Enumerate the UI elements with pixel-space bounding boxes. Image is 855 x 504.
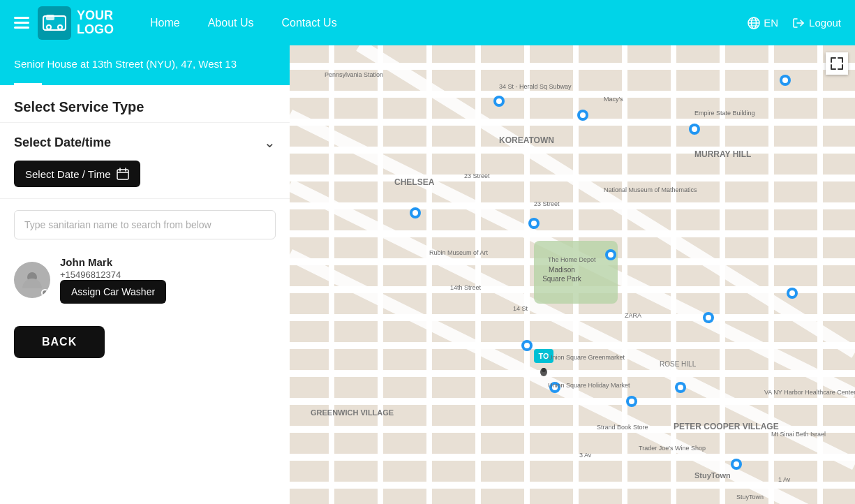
worker-info: John Mark +15496812374 Assign Car Washer [60, 256, 276, 304]
svg-point-81 [734, 461, 739, 467]
logo: YOUR LOGO [38, 6, 114, 40]
service-type-title: Select Service Type [14, 99, 276, 115]
svg-point-75 [629, 399, 634, 404]
svg-text:Macy's: Macy's [604, 96, 623, 103]
worker-phone: +15496812374 [60, 269, 276, 280]
svg-rect-3 [46, 15, 54, 20]
worker-name: John Mark [60, 256, 276, 268]
service-type-section: Select Service Type [0, 85, 290, 123]
worker-item: John Mark +15496812374 Assign Car Washer [14, 256, 276, 304]
svg-text:National Museum of Mathematics: National Museum of Mathematics [604, 186, 697, 193]
sidebar-content: Select Service Type Select Date/time ⌄ S… [0, 85, 290, 379]
svg-text:Square Park: Square Park [542, 275, 582, 283]
svg-point-69 [706, 315, 711, 320]
svg-text:Union Square Holiday Market: Union Square Holiday Market [548, 382, 630, 389]
search-section [0, 199, 290, 251]
chevron-down-icon: ⌄ [264, 134, 276, 151]
language-button[interactable]: EN [748, 17, 778, 29]
svg-text:StuyTown: StuyTown [694, 471, 731, 480]
sidebar: Senior House at 13th Street (NYU), 47, W… [0, 45, 290, 504]
assign-car-washer-button[interactable]: Assign Car Washer [60, 280, 166, 304]
svg-text:GREENWICH VILLAGE: GREENWICH VILLAGE [311, 408, 394, 417]
location-text: Senior House at 13th Street (NYU), 47, W… [14, 58, 276, 70]
select-date-time-button[interactable]: Select Date / Time [14, 161, 140, 187]
user-avatar-icon [21, 269, 43, 291]
svg-text:CHELSEA: CHELSEA [394, 177, 435, 187]
svg-text:Empire State Building: Empire State Building [694, 110, 755, 117]
datetime-header[interactable]: Select Date/time ⌄ [14, 134, 276, 151]
svg-text:The Home Depot: The Home Depot [548, 256, 596, 263]
svg-text:14th Street: 14th Street [450, 284, 482, 291]
svg-text:ROSE HILL: ROSE HILL [660, 360, 697, 368]
svg-text:1 Av: 1 Av [778, 476, 791, 483]
svg-point-63 [412, 210, 418, 216]
nav-home[interactable]: Home [150, 17, 180, 29]
back-section: BACK [0, 315, 290, 379]
back-button[interactable]: BACK [14, 326, 105, 358]
logout-icon [792, 17, 805, 29]
logo-icon [38, 6, 71, 40]
globe-icon [748, 17, 760, 29]
map-svg: Madison Square Park CHELSEA KOREATOWN MU… [290, 45, 855, 504]
svg-text:Mt Sinai Beth Israel: Mt Sinai Beth Israel [771, 431, 826, 438]
datetime-section: Select Date/time ⌄ Select Date / Time [0, 123, 290, 199]
svg-point-85 [542, 368, 546, 372]
svg-text:VA NY Harbor Healthcare Center: VA NY Harbor Healthcare Center [764, 389, 855, 396]
map-container: Madison Square Park CHELSEA KOREATOWN MU… [290, 45, 855, 504]
header-right: EN Logout [748, 17, 841, 29]
svg-rect-107 [117, 170, 128, 179]
svg-text:Strand Book Store: Strand Book Store [597, 424, 648, 431]
worker-section: John Mark +15496812374 Assign Car Washer [0, 251, 290, 315]
nav-about[interactable]: About Us [208, 17, 254, 29]
online-status-dot [41, 289, 49, 297]
logo-text: YOUR LOGO [77, 9, 114, 37]
svg-text:Pennsylvania Station: Pennsylvania Station [325, 71, 383, 78]
svg-point-67 [608, 252, 614, 258]
svg-text:StuyTown: StuyTown [736, 494, 764, 501]
svg-text:KOREATOWN: KOREATOWN [499, 135, 554, 145]
svg-point-5 [59, 26, 61, 29]
nav-contact[interactable]: Contact Us [282, 17, 337, 29]
logout-button[interactable]: Logout [792, 17, 841, 29]
svg-text:MURRAY HILL: MURRAY HILL [694, 149, 751, 159]
expand-icon [831, 57, 843, 70]
hamburger-menu[interactable] [14, 17, 29, 29]
svg-text:PETER COOPER VILLAGE: PETER COOPER VILLAGE [674, 422, 779, 431]
header: YOUR LOGO Home About Us Contact Us EN [0, 0, 855, 45]
svg-rect-44 [534, 241, 618, 304]
svg-text:Madison: Madison [549, 266, 575, 274]
search-input[interactable] [14, 210, 276, 239]
svg-point-65 [531, 221, 537, 226]
svg-point-55 [496, 98, 502, 104]
svg-text:3 Av: 3 Av [579, 452, 592, 459]
calendar-icon [117, 168, 129, 180]
svg-point-4 [47, 26, 50, 29]
svg-text:23 Street: 23 Street [534, 200, 560, 207]
location-bar: Senior House at 13th Street (NYU), 47, W… [0, 45, 290, 85]
svg-text:ZARA: ZARA [625, 312, 641, 319]
svg-text:34 St - Herald Sq Subway: 34 St - Herald Sq Subway [499, 83, 572, 90]
svg-point-57 [580, 112, 586, 118]
svg-point-61 [782, 77, 788, 83]
nav-links: Home About Us Contact Us [150, 17, 337, 29]
datetime-label: Select Date/time [14, 135, 111, 150]
worker-avatar [14, 262, 50, 298]
svg-text:Trader Joe's Wine Shop: Trader Joe's Wine Shop [639, 445, 706, 452]
svg-text:Union Square Greenmarket: Union Square Greenmarket [548, 354, 625, 361]
svg-text:14 St: 14 St [513, 305, 528, 312]
svg-point-77 [678, 385, 683, 390]
svg-point-59 [692, 126, 697, 132]
header-left: YOUR LOGO Home About Us Contact Us [14, 6, 337, 40]
svg-text:23 Street: 23 Street [464, 172, 490, 179]
svg-point-71 [789, 290, 795, 296]
svg-text:Rubin Museum of Art: Rubin Museum of Art [429, 249, 489, 256]
map-expand-button[interactable] [826, 52, 848, 75]
svg-point-73 [524, 343, 530, 348]
